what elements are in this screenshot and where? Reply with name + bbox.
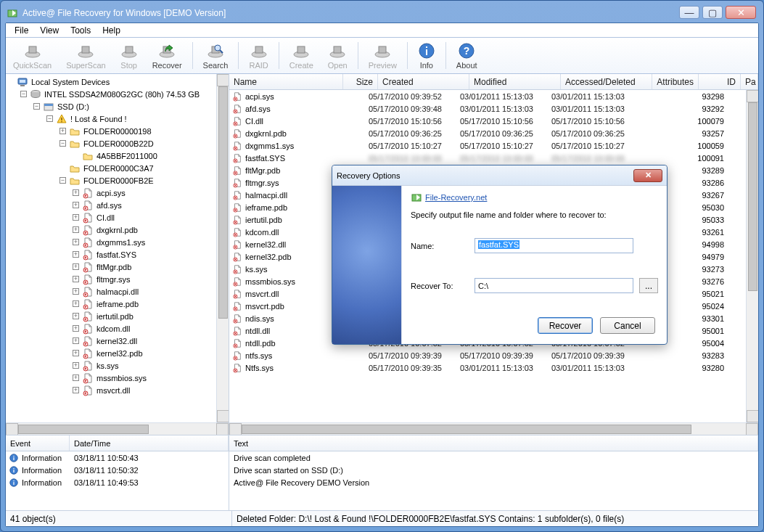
dialog-close-button[interactable]: ✕ xyxy=(633,169,662,182)
log-pane: Event Date/Time Information03/18/11 10:5… xyxy=(6,435,758,510)
tool-info[interactable]: Info xyxy=(411,38,443,73)
tool-preview[interactable]: Preview xyxy=(361,38,404,73)
toolbar-separator xyxy=(238,42,239,69)
tree-file[interactable]: +mssmbios.sys xyxy=(7,372,216,384)
file-icon xyxy=(232,252,242,262)
device-tree[interactable]: Local System Devices−INTEL SSDSA2M080G2G… xyxy=(6,74,216,422)
tree-file[interactable]: +msvcrt.dll xyxy=(7,384,216,396)
col-accessed[interactable]: Accessed/Deleted xyxy=(561,74,652,89)
titlebar: Active@ File Recovery for Windows [DEMO … xyxy=(5,5,759,22)
col-created[interactable]: Created xyxy=(378,74,469,89)
dialog-link[interactable]: File-Recovery.net xyxy=(411,192,658,203)
file-vscroll[interactable] xyxy=(746,90,758,422)
about-icon xyxy=(458,42,475,60)
tool-raid[interactable]: RAID xyxy=(242,38,275,73)
tree-file[interactable]: +kdcom.dll xyxy=(7,322,216,335)
file-row[interactable]: dxgmms1.sys05/17/2010 15:10:2705/17/2010… xyxy=(229,139,746,152)
log-row[interactable]: Information03/18/11 10:49:53 xyxy=(6,476,229,488)
col-attributes[interactable]: Attributes xyxy=(652,74,699,89)
browse-button[interactable]: ... xyxy=(639,278,658,293)
dialog-titlebar[interactable]: Recovery Options ✕ xyxy=(332,165,667,186)
file-icon xyxy=(232,91,242,102)
search-icon xyxy=(207,42,224,60)
menu-file[interactable]: File xyxy=(9,25,34,36)
tree-folder[interactable]: +FOLDER00000198 xyxy=(7,125,216,137)
tree-file[interactable]: +kernel32.pdb xyxy=(7,347,216,359)
maximize-button[interactable]: ▢ xyxy=(702,6,723,19)
tree-file[interactable]: +fltMgr.pdb xyxy=(7,261,216,273)
tree-file[interactable]: +halmacpi.dll xyxy=(7,285,216,298)
file-row[interactable]: CI.dll05/17/2010 15:10:5605/17/2010 15:1… xyxy=(229,115,746,127)
tool-superscan[interactable]: SuperScan xyxy=(59,38,112,73)
log-text-row[interactable]: Active@ File Recovery DEMO Version xyxy=(229,476,758,488)
tree-folder[interactable]: −FOLDER0000FB2E xyxy=(7,174,216,187)
tool-quickscan[interactable]: QuickScan xyxy=(6,38,59,73)
tree-volume[interactable]: −SSD (D:) xyxy=(7,100,216,112)
tree-file[interactable]: +acpi.sys xyxy=(7,187,216,199)
log-row[interactable]: Information03/18/11 10:50:43 xyxy=(6,451,229,464)
log-text-row[interactable]: Drive scan started on SSD (D:) xyxy=(229,464,758,476)
tool-stop[interactable]: Stop xyxy=(113,38,145,73)
tree-lostfound[interactable]: −! Lost & Found ! xyxy=(7,112,216,125)
recover-icon xyxy=(158,42,176,60)
file-row[interactable]: fastfat.SYS05/17/2010 10:00:0005/17/2010… xyxy=(229,152,746,164)
tree-file[interactable]: +dxgmms1.sys xyxy=(7,236,216,248)
file-icon xyxy=(232,215,242,225)
close-button[interactable]: ✕ xyxy=(726,6,756,19)
tree-file[interactable]: +ks.sys xyxy=(7,359,216,372)
dialog-title: Recovery Options xyxy=(337,171,400,180)
file-header[interactable]: Name Size Created Modified Accessed/Dele… xyxy=(229,74,758,90)
log-col-date[interactable]: Date/Time xyxy=(70,435,229,451)
tree-file[interactable]: +kernel32.dll xyxy=(7,335,216,347)
tree-folder[interactable]: −FOLDER0000B22D xyxy=(7,137,216,150)
tree-file[interactable]: +ieframe.pdb xyxy=(7,298,216,310)
recover-button[interactable]: Recover xyxy=(538,317,593,334)
tree-file[interactable]: +iertutil.pdb xyxy=(7,310,216,322)
tool-create[interactable]: Create xyxy=(282,38,321,73)
file-icon xyxy=(232,104,242,114)
tool-search[interactable]: Search xyxy=(196,38,236,73)
log-col-text[interactable]: Text xyxy=(229,435,758,451)
file-icon xyxy=(232,240,242,250)
name-input-selection: fastfat.SYS xyxy=(478,240,519,249)
file-row[interactable]: afd.sys05/17/2010 09:39:4803/01/2011 15:… xyxy=(229,102,746,115)
tool-open[interactable]: Open xyxy=(321,38,355,73)
file-hscroll[interactable] xyxy=(229,422,758,435)
tree-file[interactable]: +CI.dll xyxy=(7,211,216,224)
minimize-button[interactable]: — xyxy=(679,6,699,19)
log-text-row[interactable]: Drive scan completed xyxy=(229,451,758,464)
tree-vscroll[interactable] xyxy=(216,74,229,422)
tree-file[interactable]: +dxgkrnl.pdb xyxy=(7,224,216,236)
preview-icon xyxy=(374,42,391,60)
tool-recover[interactable]: Recover xyxy=(145,38,189,73)
col-id[interactable]: ID xyxy=(699,74,741,89)
menubar: File View Tools Help xyxy=(6,23,758,38)
col-size[interactable]: Size xyxy=(343,74,378,89)
file-row[interactable]: ntfs.sys05/17/2010 09:39:3905/17/2010 09… xyxy=(229,349,746,361)
col-modified[interactable]: Modified xyxy=(469,74,561,89)
cancel-button[interactable]: Cancel xyxy=(600,317,655,334)
col-pa[interactable]: Pa xyxy=(741,74,758,89)
tree-drive[interactable]: −INTEL SSDSA2M080G2GC (80h) 74.53 GB xyxy=(7,88,216,100)
tree-folder[interactable]: 4A5BBF2011000 xyxy=(7,150,216,162)
tool-about[interactable]: About xyxy=(449,38,485,73)
tree-file[interactable]: +afd.sys xyxy=(7,199,216,211)
tree-hscroll[interactable] xyxy=(6,422,229,435)
log-row[interactable]: Information03/18/11 10:50:32 xyxy=(6,464,229,476)
menu-view[interactable]: View xyxy=(34,25,65,36)
log-col-event[interactable]: Event xyxy=(6,435,70,451)
file-row[interactable]: acpi.sys05/17/2010 09:39:5203/01/2011 15… xyxy=(229,90,746,102)
info-icon xyxy=(9,478,19,488)
menu-tools[interactable]: Tools xyxy=(65,25,96,36)
file-row[interactable]: dxgkrnl.pdb05/17/2010 09:36:2505/17/2010… xyxy=(229,127,746,139)
recover-to-input[interactable] xyxy=(475,278,633,293)
tree-folder[interactable]: FOLDER0000C3A7 xyxy=(7,162,216,174)
tree-root[interactable]: Local System Devices xyxy=(7,75,216,88)
log-left: Event Date/Time Information03/18/11 10:5… xyxy=(6,435,229,510)
menu-help[interactable]: Help xyxy=(96,25,126,36)
col-name[interactable]: Name xyxy=(229,74,343,89)
tree-file[interactable]: +fastfat.SYS xyxy=(7,248,216,261)
file-row[interactable]: Ntfs.sys05/17/2010 09:39:3503/01/2011 15… xyxy=(229,361,746,374)
stop-icon xyxy=(120,42,138,60)
tree-file[interactable]: +fltmgr.sys xyxy=(7,273,216,285)
